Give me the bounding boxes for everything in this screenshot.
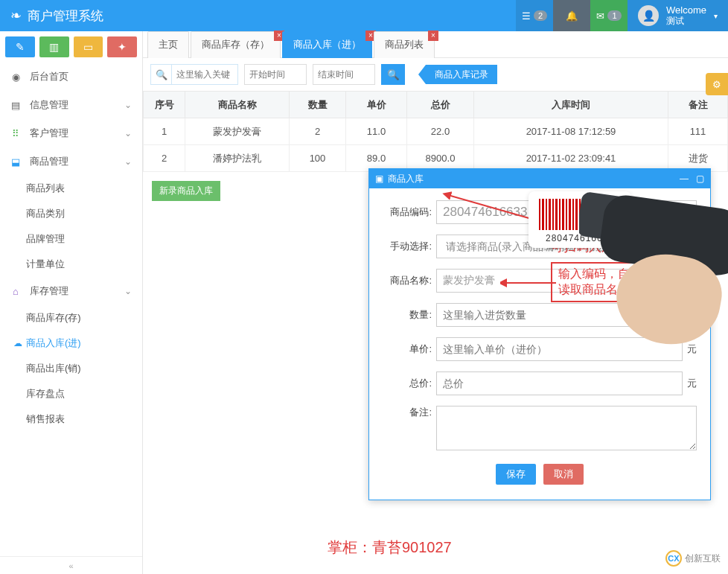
barcode-number: 280474616633: [539, 233, 621, 243]
chevron-down-icon: ▾: [714, 12, 718, 20]
search-button[interactable]: 🔍: [381, 64, 405, 85]
col-qty[interactable]: 数量: [290, 92, 346, 118]
col-name[interactable]: 商品名称: [185, 92, 290, 118]
tab-product-list[interactable]: 商品列表 ×: [374, 31, 435, 58]
label-qty: 数量:: [383, 308, 436, 322]
modal-header[interactable]: ▣ 商品入库 — ▢: [369, 169, 710, 188]
mail-icon: ✉: [596, 10, 604, 22]
chevron-down-icon: ⌄: [124, 156, 132, 167]
label-name: 商品名称:: [383, 274, 436, 287]
unit-yuan: 元: [687, 342, 697, 356]
col-price[interactable]: 单价: [346, 92, 407, 118]
sidebar-item-customer[interactable]: ⠿ 客户管理 ⌄: [0, 119, 142, 147]
sidebar-sub-stock-in[interactable]: ☁ 商品入库(进): [0, 331, 142, 356]
users-icon: ⠿: [9, 128, 22, 139]
sidebar-collapse[interactable]: «: [0, 556, 142, 574]
sidebar-sub-product-category[interactable]: 商品类别: [0, 201, 142, 226]
sidebar-sub-stock-out[interactable]: 商品出库(销): [0, 356, 142, 381]
sidebar-sub-product-list[interactable]: 商品列表: [0, 176, 142, 201]
welcome-label: Welcome: [666, 5, 706, 16]
annotation-box: 输入编码，自动异步 读取商品名称: [551, 262, 707, 302]
sidebar: ✎ ▥ ▭ ✦ ◉ 后台首页 ▤ 信息管理 ⌄ ⠿ 客户管理 ⌄ ⬓ 商品管理 …: [0, 31, 143, 574]
box-icon: ⬓: [9, 156, 22, 168]
header-user[interactable]: 👤 Welcome 测试 ▾: [628, 0, 728, 31]
gear-icon: ⚙: [712, 79, 721, 90]
search-input[interactable]: [171, 64, 238, 85]
col-time[interactable]: 入库时间: [474, 92, 668, 118]
tool-edit[interactable]: ✎: [5, 36, 35, 57]
tool-book[interactable]: ▭: [74, 36, 103, 57]
brand-title: 商户管理系统: [28, 7, 103, 25]
search-icon: 🔍: [150, 64, 171, 85]
sidebar-label: 库存管理: [30, 284, 68, 298]
sidebar-label: 客户管理: [30, 127, 68, 140]
sidebar-sub-brand[interactable]: 品牌管理: [0, 226, 142, 252]
sidebar-sub-stock-report[interactable]: 销售报表: [0, 406, 142, 432]
bell-icon: 🔔: [566, 10, 578, 22]
col-idx[interactable]: 序号: [144, 92, 185, 118]
save-button[interactable]: 保存: [496, 464, 536, 485]
sidebar-label: 信息管理: [30, 98, 68, 112]
card-icon: ▤: [9, 100, 22, 111]
mail-badge: 1: [607, 10, 621, 21]
brand: ❧ 商户管理系统: [0, 7, 516, 25]
start-date-input[interactable]: [244, 64, 307, 85]
toolbar: 🔍 🔍 商品入库记录: [143, 58, 728, 91]
label-code: 商品编码:: [383, 205, 436, 219]
cancel-button[interactable]: 取消: [543, 464, 584, 485]
sidebar-sub-unit[interactable]: 计量单位: [0, 252, 142, 277]
sidebar-item-stock[interactable]: ⌂ 库存管理 ⌄: [0, 277, 142, 305]
sidebar-label: 后台首页: [30, 70, 68, 83]
avatar: 👤: [638, 5, 659, 26]
tool-share[interactable]: ✦: [107, 36, 137, 57]
watermark-icon: CX: [665, 550, 682, 567]
settings-fab[interactable]: ⚙: [706, 73, 728, 95]
col-total[interactable]: 总价: [407, 92, 474, 118]
unit-yuan: 元: [687, 377, 697, 390]
stock-in-records-link[interactable]: 商品入库记录: [426, 65, 497, 84]
input-price[interactable]: [436, 337, 683, 361]
input-remark[interactable]: [436, 406, 697, 450]
watermark: CX 创新互联: [665, 550, 721, 567]
window-icon: ▣: [375, 173, 383, 184]
list-icon: ☰: [522, 10, 531, 22]
header-bell-button[interactable]: 🔔: [553, 0, 590, 31]
input-qty[interactable]: [436, 303, 697, 327]
close-icon[interactable]: ×: [428, 31, 438, 41]
user-name: 测试: [666, 16, 706, 27]
chevron-down-icon: ⌄: [124, 128, 132, 138]
sidebar-label: 商品管理: [30, 155, 68, 168]
new-stock-in-button[interactable]: 新录商品入库: [152, 181, 220, 201]
table-row[interactable]: 1 蒙发护发膏 2 11.0 22.0 2017-11-08 17:12:59 …: [144, 118, 728, 145]
tab-home[interactable]: 主页: [147, 31, 189, 58]
welcome-block: Welcome 测试: [666, 5, 706, 27]
end-date-input[interactable]: [313, 64, 375, 85]
tab-stock[interactable]: 商品库存（存） ×: [191, 31, 281, 58]
label-select: 手动选择:: [383, 240, 436, 253]
label-price: 单价:: [383, 342, 436, 356]
header-list-button[interactable]: ☰ 2: [516, 0, 553, 31]
label-total: 总价:: [383, 377, 436, 390]
sidebar-item-info[interactable]: ▤ 信息管理 ⌄: [0, 91, 142, 119]
home-icon: ⌂: [9, 286, 22, 297]
minimize-icon[interactable]: —: [680, 173, 689, 184]
watermark-text: 创新互联: [685, 552, 721, 565]
main: 主页 商品库存（存） × 商品入库（进） × 商品列表 × 🔍 🔍 商品入库记录: [143, 31, 728, 574]
search-group: 🔍: [150, 64, 238, 85]
barcode-card: 280474616633: [529, 191, 631, 248]
header-mail-button[interactable]: ✉ 1: [590, 0, 628, 31]
sidebar-item-product[interactable]: ⬓ 商品管理 ⌄: [0, 147, 142, 176]
sidebar-item-home[interactable]: ◉ 后台首页: [0, 63, 142, 91]
chevron-down-icon: ⌄: [124, 286, 132, 296]
modal-title: 商品入库: [388, 173, 424, 185]
input-total[interactable]: [436, 371, 683, 395]
sidebar-tools: ✎ ▥ ▭ ✦: [0, 31, 142, 63]
sidebar-sub-stock-check[interactable]: 库存盘点: [0, 381, 142, 406]
sidebar-sub-stock-have[interactable]: 商品库存(存): [0, 305, 142, 331]
barcode-icon: [539, 199, 621, 230]
dashboard-icon: ◉: [9, 71, 22, 83]
maximize-icon[interactable]: ▢: [696, 173, 704, 184]
tab-stock-in[interactable]: 商品入库（进） ×: [282, 31, 372, 58]
list-badge: 2: [534, 10, 547, 21]
tool-chart[interactable]: ▥: [39, 36, 69, 57]
